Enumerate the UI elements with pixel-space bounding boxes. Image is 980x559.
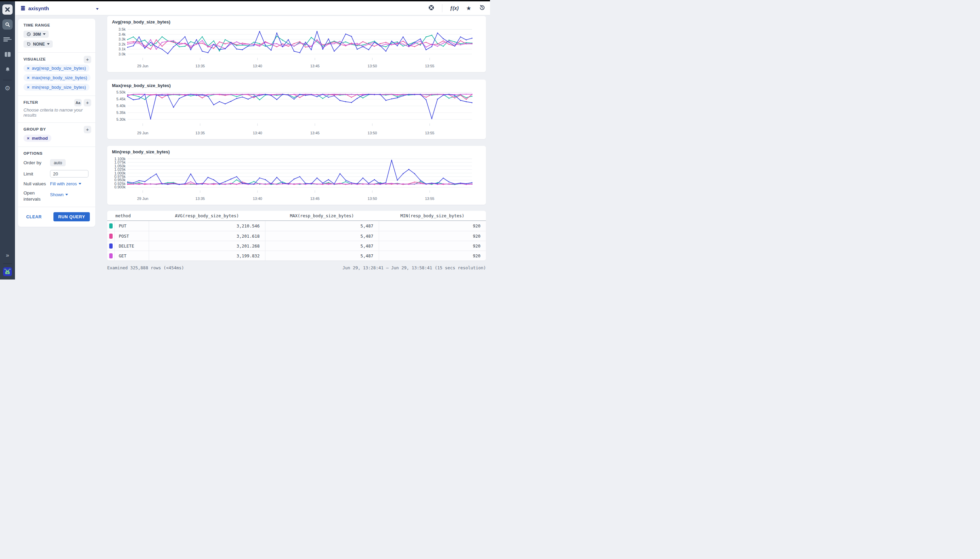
app-logo[interactable] [2, 5, 13, 15]
group-by-title: GROUP BY [23, 127, 90, 131]
time-range-title: TIME RANGE [23, 23, 90, 27]
method-cell: POST [115, 233, 149, 239]
max-cell: 5,487 [265, 241, 379, 251]
visualize-title: VISUALIZE [23, 57, 90, 61]
history-button[interactable] [479, 5, 485, 12]
order-by-value[interactable]: auto [50, 159, 66, 166]
remove-chip-icon[interactable]: × [27, 136, 30, 141]
time-range-duration-button[interactable]: 30M [23, 31, 49, 38]
bell-icon [5, 67, 10, 73]
nav-alerts-button[interactable] [2, 64, 13, 74]
chevron-down-icon [79, 183, 81, 185]
open-intervals-select[interactable]: Shown [50, 192, 68, 197]
chip-label: method [32, 136, 48, 141]
derived-column-button[interactable]: ƒ(x) [450, 5, 459, 11]
nav-results-button[interactable] [2, 34, 13, 45]
case-sensitivity-button[interactable]: Aa [74, 99, 82, 106]
results-area: Avg(resp_body_size_bytes) 3.5k3.4k3.3k3.… [103, 15, 490, 280]
table-row[interactable]: GET3,199.8325,487920 [107, 251, 486, 260]
clear-button[interactable]: CLEAR [26, 215, 42, 219]
svg-text:29 Jun: 29 Jun [137, 131, 148, 135]
limit-input[interactable] [50, 170, 88, 177]
add-group-by-button[interactable]: + [84, 126, 91, 133]
time-range-compare-value: NONE [33, 42, 45, 46]
svg-text:3.0k: 3.0k [118, 52, 126, 56]
favorite-button[interactable]: ★ [466, 5, 471, 11]
max-cell: 5,487 [265, 221, 379, 231]
time-window-status: Jun 29, 13:28:41 — Jun 29, 13:58:41 (15 … [343, 265, 486, 270]
order-by-label: Order by [23, 160, 50, 165]
svg-text:13:35: 13:35 [195, 64, 205, 68]
chevron-down-icon [65, 194, 68, 195]
series-swatch [107, 221, 115, 231]
history-small-icon [27, 42, 31, 46]
visualize-chip[interactable]: ×avg(resp_body_size_bytes) [23, 64, 90, 72]
run-query-button[interactable]: RUN QUERY [53, 212, 90, 222]
nav-boards-button[interactable] [2, 49, 13, 60]
null-values-select[interactable]: Fill with zeros [50, 181, 81, 186]
svg-text:13:45: 13:45 [310, 64, 320, 68]
chip-label: avg(resp_body_size_bytes) [32, 66, 86, 71]
time-range-duration-value: 30M [33, 32, 41, 37]
chart-title: Min(resp_body_size_bytes) [112, 149, 481, 154]
table-row[interactable]: POST3,201.6185,487920 [107, 231, 486, 241]
avg-cell: 3,199.832 [149, 251, 265, 260]
svg-text:13:40: 13:40 [253, 197, 262, 201]
min-cell: 920 [379, 251, 486, 260]
svg-text:3.1k: 3.1k [118, 47, 126, 51]
dataset-selector[interactable]: axisynth [20, 5, 99, 11]
open-intervals-value: Shown [50, 192, 64, 197]
nav-settings-button[interactable]: ⚙ [2, 83, 13, 93]
chart-card-min: Min(resp_body_size_bytes) 1.100k1.075k1.… [107, 146, 486, 205]
time-range-compare-button[interactable]: NONE [23, 40, 53, 48]
help-button[interactable] [428, 5, 434, 12]
svg-text:13:40: 13:40 [253, 64, 262, 68]
expand-rail-button[interactable]: » [2, 250, 13, 260]
column-header[interactable]: MAX(resp_body_size_bytes) [265, 213, 379, 218]
add-filter-button[interactable]: + [84, 99, 91, 106]
svg-text:13:55: 13:55 [425, 197, 434, 201]
nav-query-button[interactable] [2, 19, 13, 30]
remove-chip-icon[interactable]: × [27, 85, 30, 90]
visualize-chip[interactable]: ×max(resp_body_size_bytes) [23, 74, 91, 81]
top-header: axisynth ƒ(x) ★ [15, 2, 490, 15]
query-actions: CLEAR RUN QUERY [18, 207, 95, 227]
method-cell: PUT [115, 223, 149, 228]
rows-examined-status: Examined 325,888 rows (<454ms) [107, 265, 184, 270]
svg-text:5.45k: 5.45k [116, 97, 126, 101]
user-avatar[interactable] [3, 267, 12, 276]
options-section: OPTIONS Order by auto Limit Null values … [18, 147, 95, 207]
group-by-section: GROUP BY + ×method [18, 123, 95, 147]
rail-divider-bottom [3, 263, 12, 264]
chart-title: Avg(resp_body_size_bytes) [112, 19, 481, 25]
line-chart-min[interactable]: 1.100k1.075k1.050k1.025k1.000k0.975k0.95… [112, 155, 481, 204]
table-row[interactable]: DELETE3,201.2685,487920 [107, 241, 486, 251]
column-header[interactable]: MIN(resp_body_size_bytes) [379, 213, 486, 218]
chevron-down-icon [43, 33, 46, 35]
board-icon [5, 52, 11, 57]
svg-text:3.5k: 3.5k [118, 27, 126, 31]
remove-chip-icon[interactable]: × [27, 75, 30, 80]
add-visualization-button[interactable]: + [84, 56, 91, 63]
table-row[interactable]: PUT3,210.5465,487920 [107, 221, 486, 231]
chart-title: Max(resp_body_size_bytes) [112, 83, 481, 88]
pixel-avatar-icon [3, 267, 12, 276]
column-header[interactable]: method [107, 213, 149, 218]
svg-text:3.4k: 3.4k [118, 32, 126, 36]
list-icon [3, 37, 12, 42]
series-swatch [107, 241, 115, 251]
clock-icon [27, 32, 31, 36]
rail-divider [3, 80, 12, 80]
max-cell: 5,487 [265, 231, 379, 241]
visualize-chip[interactable]: ×min(resp_body_size_bytes) [23, 84, 90, 91]
group-by-chip[interactable]: ×method [23, 135, 51, 142]
history-icon [479, 5, 485, 11]
column-header[interactable]: AVG(resp_body_size_bytes) [149, 213, 265, 218]
remove-chip-icon[interactable]: × [27, 66, 30, 71]
avg-cell: 3,201.268 [149, 241, 265, 251]
svg-text:13:40: 13:40 [253, 131, 262, 135]
chip-label: max(resp_body_size_bytes) [32, 75, 88, 80]
max-cell: 5,487 [265, 251, 379, 260]
line-chart-max[interactable]: 5.50k5.45k5.40k5.35k5.30k29 Jun13:3513:4… [112, 89, 481, 138]
line-chart-avg[interactable]: 3.5k3.4k3.3k3.2k3.1k3.0k29 Jun13:3513:40… [112, 25, 481, 71]
